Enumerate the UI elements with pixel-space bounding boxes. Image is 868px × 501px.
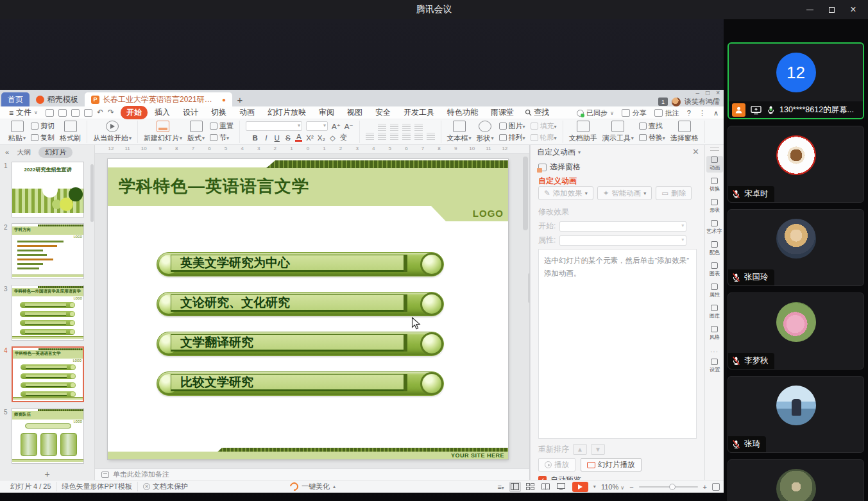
wps-tab-docer[interactable]: 稻壳模板 bbox=[30, 92, 85, 106]
rail-item-艺术字[interactable]: 艺术字 bbox=[706, 219, 723, 236]
tab-outline[interactable]: 大纲 bbox=[15, 147, 32, 158]
participant-tile-李梦秋[interactable]: 李梦秋 bbox=[728, 293, 864, 369]
ribbon-选择窗格-button[interactable]: 选择窗格 bbox=[670, 121, 699, 143]
slideshow-view-button[interactable] bbox=[556, 482, 567, 492]
participant-tile-130****8612的屏幕...[interactable]: 12130****8612的屏幕... bbox=[728, 42, 864, 119]
property-select[interactable] bbox=[559, 235, 686, 246]
move-down-button[interactable]: ▼ bbox=[591, 444, 605, 455]
ribbon-版式-button[interactable]: 版式▾ bbox=[187, 121, 205, 143]
slideshow-options-icon[interactable]: ▾ bbox=[593, 484, 596, 489]
document-protection[interactable]: ✕ 文档未保护 bbox=[137, 482, 193, 491]
slide-button-1[interactable]: 英美文学研究为中心 bbox=[157, 252, 444, 276]
preview-icon[interactable] bbox=[84, 109, 92, 117]
find-menu[interactable]: 查找 bbox=[525, 107, 549, 118]
notes-bar[interactable]: 单击此处添加备注 bbox=[95, 468, 529, 480]
rail-item-形状[interactable]: 形状 bbox=[706, 198, 723, 215]
ribbon-重置-button[interactable]: 重置 bbox=[210, 121, 234, 131]
notes-toggle-icon[interactable]: ≡▾ bbox=[497, 483, 504, 491]
rail-item-配色[interactable]: 配色 bbox=[706, 241, 723, 257]
beautify-button[interactable]: 一键美化 ▴ bbox=[290, 482, 336, 491]
ribbon-节-button[interactable]: 节▾ bbox=[210, 133, 234, 142]
selection-pane-button[interactable]: 选择窗格 bbox=[538, 162, 581, 173]
font-color-button[interactable]: A bbox=[295, 133, 302, 142]
slide-thumbnail-1[interactable]: 12022研究生招生宣讲 bbox=[12, 162, 94, 217]
wps-tab-document[interactable]: P长春工业大学英语语言2021研究生宣讲● bbox=[85, 92, 232, 106]
rail-item-属性[interactable]: 属性 bbox=[706, 283, 723, 300]
menu-item-开始[interactable]: 开始 bbox=[121, 106, 148, 119]
zoom-slider-thumb[interactable] bbox=[669, 484, 676, 490]
close-button[interactable]: × bbox=[842, 0, 864, 19]
ribbon-从当前开始-button[interactable]: 从当前开始▾ bbox=[93, 121, 132, 143]
editor-scrollbar[interactable] bbox=[523, 155, 528, 467]
ribbon-轮廓-button[interactable]: 轮廓▾ bbox=[531, 133, 557, 142]
italic-button[interactable]: I bbox=[262, 134, 269, 142]
menu-item-切换[interactable]: 切换 bbox=[205, 106, 232, 119]
superscript-button[interactable]: X² bbox=[306, 134, 314, 142]
start-slideshow-button[interactable] bbox=[572, 482, 588, 492]
menu-item-审阅[interactable]: 审阅 bbox=[313, 106, 340, 119]
increase-font-button[interactable]: A⁺ bbox=[332, 122, 341, 131]
slideshow-play-button[interactable]: 幻灯片播放 bbox=[581, 458, 642, 471]
slide-title[interactable]: 学科特色—英语语言文学 bbox=[119, 175, 309, 198]
ribbon-格式刷-button[interactable]: 格式刷 bbox=[60, 121, 81, 143]
decrease-font-button[interactable]: A⁻ bbox=[345, 122, 353, 131]
menu-item-动画[interactable]: 动画 bbox=[234, 106, 260, 119]
move-up-button[interactable]: ▲ bbox=[573, 444, 587, 455]
share-button[interactable]: 分享 bbox=[622, 108, 647, 118]
slide-thumbnail-4[interactable]: 4学科特色—英语语言文学LOGO bbox=[12, 346, 94, 402]
line-spacing-icon[interactable] bbox=[414, 124, 423, 131]
menu-item-特色功能[interactable]: 特色功能 bbox=[441, 106, 484, 119]
font-size-select[interactable] bbox=[306, 121, 328, 131]
add-slide-button[interactable]: + bbox=[0, 468, 94, 480]
ribbon-形状-button[interactable]: 形状▾ bbox=[477, 121, 494, 143]
export-icon[interactable] bbox=[58, 109, 67, 117]
rail-item-图表[interactable]: 图表 bbox=[706, 262, 723, 278]
panel-title-dropdown-icon[interactable]: ▾ bbox=[578, 149, 581, 155]
rail-item-图库[interactable]: 图库 bbox=[706, 304, 723, 321]
ribbon-查找-button[interactable]: 查找 bbox=[639, 121, 665, 131]
tab-slides[interactable]: 幻灯片 bbox=[38, 147, 72, 158]
collapse-panel-button[interactable]: « bbox=[5, 148, 9, 156]
font-name-select[interactable] bbox=[246, 121, 302, 131]
slide-button-2[interactable]: 文论研究、文化研究 bbox=[157, 292, 444, 316]
menu-item-幻灯片放映[interactable]: 幻灯片放映 bbox=[262, 106, 312, 119]
bold-button[interactable]: B bbox=[251, 134, 259, 142]
wps-close-icon[interactable]: × bbox=[716, 90, 720, 96]
zoom-out-button[interactable]: − bbox=[629, 483, 633, 491]
rail-item-settings[interactable]: 设置 bbox=[706, 358, 723, 375]
participant-tile-张琦[interactable]: 张琦 bbox=[728, 376, 864, 453]
justify-icon[interactable] bbox=[402, 133, 411, 140]
rail-item-切换[interactable]: 切换 bbox=[706, 177, 723, 194]
panel-close-icon[interactable]: ✕ bbox=[692, 147, 699, 157]
ribbon-粘贴-button[interactable]: 粘贴▾ bbox=[8, 121, 26, 143]
delete-effect-button[interactable]: ▭ 删除 bbox=[656, 186, 692, 200]
add-effect-button[interactable]: ✎ 添加效果 ▾ bbox=[538, 186, 593, 200]
slide-logo[interactable]: LOGO bbox=[473, 208, 504, 219]
ribbon-文本框-button[interactable]: 文本框▾ bbox=[447, 121, 472, 143]
slide-button-3[interactable]: 文学翻译研究 bbox=[157, 332, 444, 356]
zoom-in-button[interactable]: + bbox=[703, 483, 707, 491]
thumbnail-scrollbar[interactable] bbox=[90, 164, 94, 222]
ribbon-替换-button[interactable]: 替换▾ bbox=[639, 133, 665, 142]
fit-slide-icon[interactable] bbox=[712, 483, 720, 491]
slide-thumbnail-3[interactable]: 3学科特色—外国语言学及应用语言学LOGO bbox=[12, 285, 94, 341]
panel-title[interactable]: 自定义动画 bbox=[537, 147, 575, 158]
new-tab-button[interactable]: + bbox=[232, 92, 248, 106]
align-center-icon[interactable] bbox=[378, 133, 386, 140]
slide-sorter-view-button[interactable] bbox=[525, 482, 536, 492]
print-icon[interactable] bbox=[71, 109, 80, 117]
pinyin-button[interactable]: 变 bbox=[340, 133, 348, 142]
menu-item-雨课堂[interactable]: 雨课堂 bbox=[485, 106, 520, 119]
ribbon-文档助手-button[interactable]: 文档助手 bbox=[569, 121, 597, 143]
strikethrough-button[interactable]: S bbox=[284, 134, 291, 142]
collapse-ribbon-icon[interactable]: ∧ bbox=[713, 109, 719, 117]
comment-button[interactable]: 批注 bbox=[654, 108, 679, 118]
ribbon-演示工具-button[interactable]: 演示工具▾ bbox=[602, 121, 634, 143]
bullets-icon[interactable] bbox=[378, 124, 386, 131]
slide-canvas[interactable]: 学科特色—英语语言文学 LOGO 英美文学研究为中心文论研究、文化研究文学翻译研… bbox=[108, 159, 508, 459]
ribbon-新建幻灯片-button[interactable]: 新建幻灯片▾ bbox=[144, 121, 182, 143]
participant-tile-宋卓时[interactable]: 宋卓时 bbox=[728, 126, 864, 203]
align-left-icon[interactable] bbox=[366, 133, 374, 140]
ribbon-排列-button[interactable]: 排列▾ bbox=[499, 133, 525, 142]
redo-icon[interactable]: ↷ bbox=[108, 109, 114, 117]
